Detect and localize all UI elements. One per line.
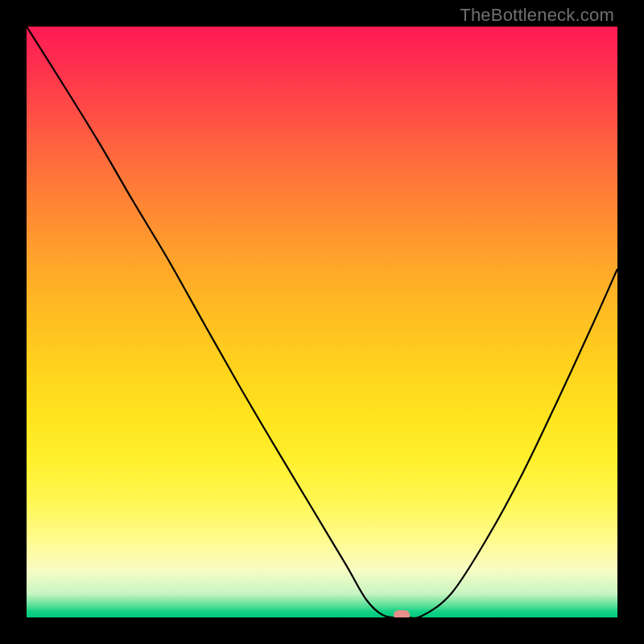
chart-frame: TheBottleneck.com: [0, 0, 644, 644]
bottleneck-curve: [27, 27, 617, 617]
optimum-marker: [394, 610, 410, 617]
plot-area: [27, 27, 617, 617]
watermark-text: TheBottleneck.com: [460, 5, 614, 26]
